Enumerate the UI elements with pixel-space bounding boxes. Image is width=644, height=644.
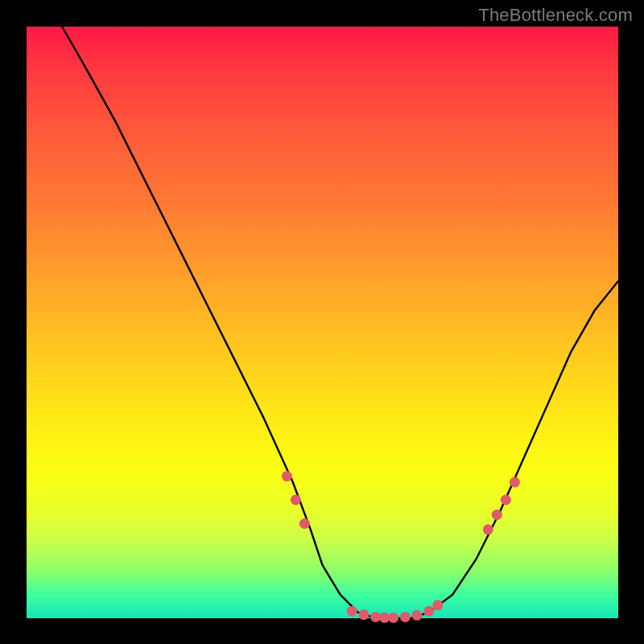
marker-point — [347, 606, 357, 617]
watermark-text: TheBottleneck.com — [478, 5, 633, 26]
highlight-markers — [282, 471, 520, 623]
marker-point — [501, 495, 511, 506]
marker-point — [432, 600, 443, 610]
bottleneck-curve — [62, 27, 618, 618]
plot-area — [27, 27, 618, 618]
marker-point — [299, 518, 310, 529]
marker-point — [358, 609, 369, 620]
marker-point — [282, 471, 292, 481]
marker-point — [291, 495, 301, 506]
marker-point — [483, 524, 493, 535]
marker-point — [388, 613, 398, 623]
marker-point — [412, 610, 423, 621]
marker-point — [510, 477, 520, 488]
curve-svg — [27, 27, 618, 618]
marker-point — [492, 510, 502, 520]
chart-frame: TheBottleneck.com — [0, 0, 644, 644]
marker-point — [400, 612, 411, 622]
marker-point — [423, 606, 434, 617]
marker-point — [370, 612, 381, 622]
